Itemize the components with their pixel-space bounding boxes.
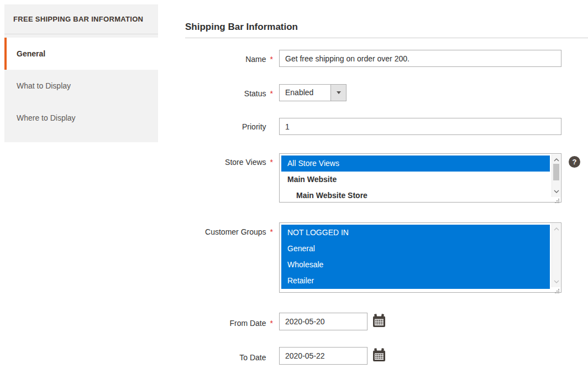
page-title: Shipping Bar Information	[185, 22, 298, 33]
customer-groups-multiselect[interactable]: NOT LOGGED IN General Wholesale Retailer	[279, 222, 561, 293]
title-divider	[185, 38, 588, 38]
priority-label: Priority*	[188, 121, 273, 132]
scrollbar-thumb[interactable]	[553, 164, 559, 180]
option-wholesale[interactable]: Wholesale	[281, 257, 550, 273]
help-icon[interactable]: ?	[569, 156, 580, 168]
to-date-label: To Date*	[188, 352, 273, 363]
sidebar-item-general[interactable]: General	[4, 38, 158, 70]
resize-grip-icon[interactable]	[554, 196, 560, 201]
resize-grip-icon[interactable]	[554, 286, 560, 292]
sidebar-item-label: General	[17, 49, 45, 58]
scroll-up-icon[interactable]	[552, 156, 560, 164]
option-not-logged-in[interactable]: NOT LOGGED IN	[281, 225, 550, 241]
option-main-website[interactable]: Main Website	[281, 172, 550, 188]
to-date-calendar-button[interactable]	[372, 348, 386, 362]
to-date-input[interactable]	[279, 347, 368, 365]
from-date-calendar-button[interactable]	[372, 314, 386, 328]
sidebar-item-label: Where to Display	[17, 113, 76, 122]
name-input[interactable]	[279, 50, 561, 67]
required-marker: *	[270, 55, 273, 64]
store-views-label: Store Views*	[188, 157, 273, 168]
customer-groups-label: Customer Groups*	[188, 226, 273, 237]
status-select[interactable]: Enabled	[279, 84, 347, 101]
sidebar-tab-list: General What to Display Where to Display	[4, 38, 158, 134]
scroll-down-icon[interactable]	[552, 278, 560, 286]
option-main-website-store[interactable]: Main Website Store	[281, 188, 550, 204]
status-label: Status*	[188, 88, 273, 99]
required-marker: *	[270, 319, 273, 328]
customer-groups-options: NOT LOGGED IN General Wholesale Retailer	[281, 225, 550, 289]
option-general[interactable]: General	[281, 241, 550, 257]
required-marker: *	[270, 227, 273, 236]
store-views-multiselect[interactable]: All Store Views Main Website Main Websit…	[279, 153, 561, 203]
from-date-label: From Date*	[188, 318, 273, 329]
sidebar-item-what-to-display[interactable]: What to Display	[4, 70, 158, 102]
question-mark-glyph: ?	[573, 158, 577, 166]
customer-groups-scrollbar[interactable]	[552, 224, 560, 287]
store-views-scrollbar[interactable]	[552, 154, 560, 197]
option-retailer[interactable]: Retailer	[281, 273, 550, 289]
store-views-options: All Store Views Main Website Main Websit…	[281, 156, 550, 204]
sidebar-item-where-to-display[interactable]: Where to Display	[4, 102, 158, 134]
calendar-icon	[372, 314, 386, 328]
chevron-down-icon	[337, 91, 341, 94]
sidebar-item-label: What to Display	[17, 81, 71, 90]
scroll-down-icon[interactable]	[552, 188, 560, 195]
calendar-icon	[372, 348, 386, 362]
settings-sidebar: FREE SHIPPING BAR INFORMATION General Wh…	[4, 4, 158, 142]
status-dropdown-button[interactable]	[330, 85, 346, 101]
name-label: Name*	[188, 54, 273, 65]
priority-input[interactable]	[279, 118, 561, 135]
shipping-bar-settings-page: FREE SHIPPING BAR INFORMATION General Wh…	[0, 0, 588, 368]
status-selected-value: Enabled	[280, 85, 330, 101]
from-date-input[interactable]	[279, 313, 368, 330]
sidebar-header: FREE SHIPPING BAR INFORMATION	[4, 4, 158, 34]
scroll-up-icon[interactable]	[552, 225, 560, 233]
required-marker: *	[270, 89, 273, 98]
required-marker: *	[270, 158, 273, 167]
option-all-store-views[interactable]: All Store Views	[281, 156, 550, 172]
